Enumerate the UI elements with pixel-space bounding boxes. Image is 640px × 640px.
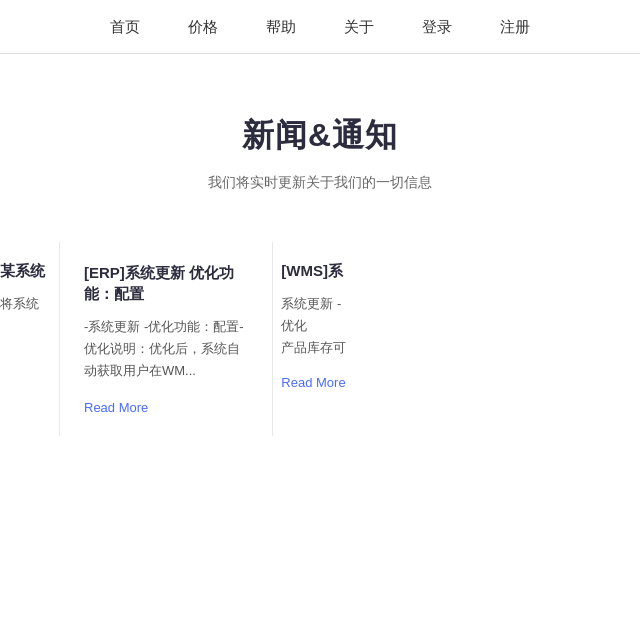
hero-section: 新闻&通知 我们将实时更新关于我们的一切信息 bbox=[0, 54, 640, 242]
card-right-partial: [WMS]系 系统更新 -优化 产品库存可 Read More bbox=[273, 242, 353, 436]
card-right-read-more[interactable]: Read More bbox=[281, 375, 353, 390]
card-right-excerpt: 系统更新 -优化 产品库存可 bbox=[281, 293, 353, 359]
card-middle-read-more[interactable]: Read More bbox=[84, 400, 148, 415]
main-nav: 首页 价格 帮助 关于 登录 注册 bbox=[0, 0, 640, 54]
nav-price[interactable]: 价格 bbox=[188, 18, 218, 37]
nav-register[interactable]: 注册 bbox=[500, 18, 530, 37]
card-middle: [ERP]系统更新 优化功能：配置 -系统更新 -优化功能：配置-优化说明：优化… bbox=[60, 242, 273, 436]
card-left-excerpt: 将系统 bbox=[0, 293, 51, 315]
card-left-partial: 某系统 将系统 bbox=[0, 242, 60, 436]
page-title: 新闻&通知 bbox=[20, 114, 620, 158]
card-middle-title: [ERP]系统更新 优化功能：配置 bbox=[84, 262, 248, 304]
nav-home[interactable]: 首页 bbox=[110, 18, 140, 37]
card-left-title: 某系统 bbox=[0, 262, 51, 281]
news-cards-wrapper: 某系统 将系统 [ERP]系统更新 优化功能：配置 -系统更新 -优化功能：配置… bbox=[0, 242, 640, 476]
card-right-title: [WMS]系 bbox=[281, 262, 353, 281]
page-subtitle: 我们将实时更新关于我们的一切信息 bbox=[20, 174, 620, 192]
news-cards-container: 某系统 将系统 [ERP]系统更新 优化功能：配置 -系统更新 -优化功能：配置… bbox=[0, 242, 640, 436]
nav-help[interactable]: 帮助 bbox=[266, 18, 296, 37]
nav-about[interactable]: 关于 bbox=[344, 18, 374, 37]
card-middle-excerpt: -系统更新 -优化功能：配置-优化说明：优化后，系统自动获取用户在WM... bbox=[84, 316, 248, 382]
nav-login[interactable]: 登录 bbox=[422, 18, 452, 37]
